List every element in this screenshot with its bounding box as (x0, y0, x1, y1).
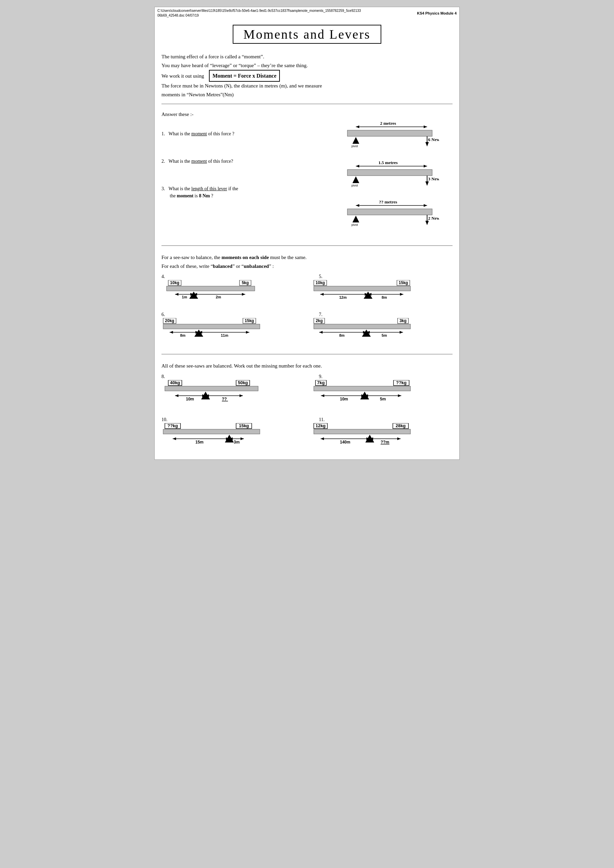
divider-3 (162, 354, 452, 354)
svg-text:10m: 10m (186, 397, 194, 401)
formula-box: Moment = Force x Distance (209, 70, 280, 82)
lever-diagram-3: ?? metres pivot 2 Newtons (337, 199, 452, 234)
svg-text:6 Newtons: 6 Newtons (428, 137, 439, 142)
intro-line4: The force must be in Newtons (N), the di… (162, 82, 452, 90)
file-info-header: C:\Users\cloudconvert\server\files\119\1… (155, 7, 459, 19)
intro-line5: moments in “Newton Metres”(Nm) (162, 90, 452, 99)
svg-text:3m: 3m (234, 440, 239, 445)
svg-text:15kg: 15kg (239, 423, 249, 428)
svg-marker-93 (175, 394, 179, 397)
svg-marker-23 (424, 204, 427, 207)
svg-text:50kg: 50kg (238, 380, 248, 385)
intro-line2: You may have heard of “leverage” or “tor… (162, 61, 452, 70)
title-container: Moments and Levers (155, 19, 459, 49)
svg-marker-79 (319, 331, 323, 334)
seesaw-7: 7. 2kg 3kg 8m (312, 312, 452, 347)
svg-rect-133 (314, 429, 410, 434)
svg-text:??kg: ??kg (396, 380, 406, 385)
svg-rect-48 (314, 286, 410, 291)
svg-text:??kg: ??kg (167, 423, 178, 428)
svg-marker-136 (320, 437, 324, 440)
missing-9: 9. 7kg ??kg 10m (312, 374, 452, 410)
svg-marker-5 (353, 137, 359, 144)
svg-text:pivot: pivot (351, 144, 358, 148)
svg-marker-2 (356, 126, 359, 128)
section-2: For a see-saw to balance, the moments on… (162, 251, 452, 349)
svg-marker-141 (397, 437, 401, 440)
seesaw-svg-4: 10kg 5kg 1m (162, 280, 263, 307)
seesaw-6-num: 6. (162, 312, 302, 317)
svg-marker-51 (320, 293, 323, 296)
missing-9-num: 9. (312, 374, 452, 380)
svg-text:12m: 12m (339, 295, 347, 299)
missing-grid: 8. 40kg 50kg 10m (162, 374, 452, 453)
missing-svg-10: ??kg 15kg 15m 3m (162, 423, 263, 452)
q3-text3b: is (195, 193, 199, 198)
missing-svg-11: 12kg 28kg 140m ??m (312, 423, 414, 452)
seesaw-7-num: 7. (312, 312, 452, 317)
q2-text: What is the (169, 159, 190, 164)
page: C:\Users\cloudconvert\server\files\119\1… (154, 7, 460, 460)
answer-section: 1. What is the moment of this force ? 2.… (162, 120, 452, 238)
lever-svg-3: ?? metres pivot 2 Newtons (337, 199, 439, 232)
svg-text:2 Newtons: 2 Newtons (428, 215, 439, 221)
lever-svg-2: 1.5 metres pivot 3 Newtons (337, 160, 439, 193)
missing-8: 8. 40kg 50kg 10m (162, 374, 302, 410)
seesaw-6: 6. 20kg 15kg 8m (162, 312, 302, 347)
intro-line3: We work it out using Moment = Force x Di… (162, 70, 452, 82)
divider-1 (162, 104, 452, 104)
svg-text:3kg: 3kg (399, 318, 407, 323)
question-1: 1. What is the moment of this force ? (162, 130, 337, 137)
seesaw-5: 5. 10kg 15kg 12m (312, 274, 452, 308)
svg-text:8m: 8m (339, 333, 345, 337)
q1-text2: of this force ? (208, 131, 234, 136)
q3-text4: ? (211, 193, 213, 198)
svg-text:??: ?? (222, 397, 227, 401)
svg-text:pivot: pivot (351, 223, 358, 226)
svg-text:1.5 metres: 1.5 metres (379, 160, 398, 165)
svg-marker-8 (425, 142, 429, 146)
svg-text:15kg: 15kg (399, 281, 408, 285)
question-3: 3. What is the length of this lever if t… (162, 185, 337, 199)
missing-10: 10. ??kg 15kg 15m (162, 417, 302, 453)
svg-text:pivot: pivot (351, 184, 358, 187)
svg-rect-105 (314, 386, 410, 391)
svg-text:??m: ??m (381, 440, 389, 445)
svg-marker-15 (353, 176, 359, 183)
svg-text:7kg: 7kg (317, 380, 325, 385)
seesaw-grid: 4. 10kg 5kg (162, 274, 452, 347)
q3-num: 3. (162, 186, 168, 191)
svg-rect-119 (163, 429, 260, 434)
svg-text:11m: 11m (221, 333, 228, 337)
svg-rect-4 (347, 130, 432, 136)
module-label: KS4 Physics Module 4 (417, 8, 457, 18)
q1-underline: moment (191, 131, 207, 136)
seesaw-4-num: 4. (162, 274, 302, 279)
missing-intro: All of these see-saws are balanced. Work… (162, 362, 452, 370)
seesaw-5-num: 5. (312, 274, 452, 279)
svg-marker-108 (321, 394, 324, 397)
section-1: Answer these :- 1. What is the moment of… (162, 109, 452, 241)
section-3: All of these see-saws are balanced. Work… (162, 359, 452, 456)
questions-list: 1. What is the moment of this force ? 2.… (162, 120, 337, 238)
svg-rect-62 (163, 324, 260, 329)
svg-text:2 metres: 2 metres (380, 121, 396, 126)
svg-marker-84 (399, 331, 403, 334)
q3-underline: length of this lever (191, 186, 227, 191)
lever-diagram-2: 1.5 metres pivot 3 Newtons (337, 160, 452, 195)
svg-text:5m: 5m (382, 333, 387, 337)
svg-text:2kg: 2kg (316, 318, 323, 323)
q3-text2: if the (228, 186, 238, 191)
svg-marker-12 (356, 165, 359, 167)
missing-11-num: 11. (312, 417, 452, 423)
svg-text:1m: 1m (182, 295, 187, 299)
svg-text:12kg: 12kg (316, 423, 326, 428)
svg-marker-65 (169, 331, 173, 334)
svg-marker-22 (356, 204, 359, 207)
svg-text:40kg: 40kg (170, 380, 180, 385)
seesaw-svg-5: 10kg 15kg 12m 8m (312, 280, 414, 307)
q1-num: 1. (162, 131, 168, 136)
svg-text:8m: 8m (382, 295, 387, 299)
svg-rect-90 (165, 386, 258, 391)
svg-text:15m: 15m (195, 440, 204, 445)
